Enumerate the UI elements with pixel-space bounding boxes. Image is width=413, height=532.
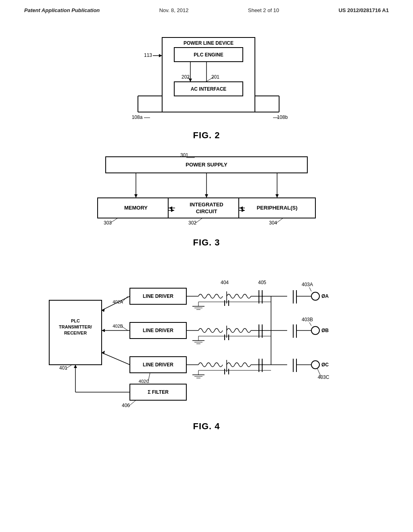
svg-text:Σ FILTER: Σ FILTER — [148, 389, 169, 395]
svg-rect-37 — [168, 198, 245, 218]
svg-text:PLC: PLC — [71, 318, 80, 323]
svg-text:RECEIVER: RECEIVER — [64, 330, 87, 335]
svg-text:POWER LINE DEVICE: POWER LINE DEVICE — [184, 40, 234, 46]
svg-text:401: 401 — [59, 365, 67, 371]
fig4-label: FIG. 4 — [193, 421, 220, 432]
svg-text:INTEGRATED: INTEGRATED — [190, 202, 223, 208]
svg-text:LINE DRIVER: LINE DRIVER — [143, 293, 173, 299]
svg-text:ØC: ØC — [321, 362, 329, 368]
fig2-diagram: POWER LINE DEVICE PLC ENGINE AC INTERFAC… — [114, 33, 299, 126]
svg-text:LINE DRIVER: LINE DRIVER — [143, 328, 173, 333]
svg-text:304: 304 — [269, 220, 277, 226]
svg-text:302: 302 — [188, 220, 196, 226]
svg-text:113: 113 — [144, 52, 152, 58]
svg-marker-82 — [74, 365, 77, 368]
svg-point-130 — [311, 326, 319, 335]
fig2-container: POWER LINE DEVICE PLC ENGINE AC INTERFAC… — [24, 33, 389, 141]
svg-line-155 — [309, 287, 311, 291]
svg-text:108a: 108a — [132, 114, 143, 120]
svg-line-78 — [102, 353, 130, 365]
svg-line-157 — [309, 322, 311, 326]
svg-text:MEMORY: MEMORY — [124, 205, 148, 211]
svg-text:403B: 403B — [302, 317, 313, 322]
svg-text:PLC ENGINE: PLC ENGINE — [194, 52, 223, 58]
svg-marker-32 — [205, 194, 208, 198]
svg-text:403A: 403A — [302, 282, 313, 287]
fig3-container: POWER SUPPLY MEMORY INTEGRATED CIRCUIT P… — [24, 153, 389, 248]
svg-text:ØB: ØB — [321, 328, 329, 333]
svg-text:PERIPHERAL(S): PERIPHERAL(S) — [257, 205, 297, 211]
svg-text:CIRCUIT: CIRCUIT — [196, 208, 217, 214]
svg-point-123 — [311, 292, 319, 300]
svg-text:404: 404 — [221, 280, 229, 285]
fig2-label: FIG. 2 — [193, 130, 220, 141]
svg-marker-34 — [275, 194, 279, 198]
svg-marker-77 — [102, 329, 105, 332]
fig3-label: FIG. 3 — [193, 237, 220, 248]
svg-text:406: 406 — [122, 403, 130, 408]
svg-text:AC INTERFACE: AC INTERFACE — [191, 86, 227, 92]
svg-text:402A: 402A — [113, 299, 123, 304]
svg-marker-30 — [134, 194, 138, 198]
header-date: Nov. 8, 2012 — [159, 7, 189, 13]
svg-text:405: 405 — [258, 280, 266, 285]
svg-text:POWER SUPPLY: POWER SUPPLY — [186, 162, 227, 168]
svg-text:402B: 402B — [113, 324, 123, 328]
svg-line-86 — [122, 326, 128, 330]
svg-point-137 — [311, 361, 319, 369]
svg-text:403C: 403C — [318, 374, 330, 380]
page-header: Patent Application Publication Nov. 8, 2… — [0, 0, 413, 13]
fig4-container: PLC TRANSMITTER/ RECEIVER 401 LINE DRIVE… — [24, 260, 389, 432]
svg-text:301: 301 — [180, 153, 188, 158]
svg-marker-18 — [159, 54, 162, 57]
svg-text:402C: 402C — [139, 379, 149, 384]
svg-marker-75 — [102, 308, 105, 312]
svg-text:108b: 108b — [277, 114, 288, 120]
svg-text:TRANSMITTER/: TRANSMITTER/ — [59, 324, 92, 329]
fig4-diagram: PLC TRANSMITTER/ RECEIVER 401 LINE DRIVE… — [41, 260, 372, 417]
svg-text:201: 201 — [211, 74, 219, 80]
svg-text:LINE DRIVER: LINE DRIVER — [143, 362, 173, 368]
header-left: Patent Application Publication — [24, 7, 100, 13]
fig3-diagram: POWER SUPPLY MEMORY INTEGRATED CIRCUIT P… — [65, 153, 348, 233]
header-right: US 2012/0281716 A1 — [338, 7, 389, 13]
header-sheet: Sheet 2 of 10 — [248, 7, 279, 13]
svg-line-90 — [129, 400, 136, 406]
svg-text:ØA: ØA — [321, 293, 329, 299]
main-content: POWER LINE DEVICE PLC ENGINE AC INTERFAC… — [0, 13, 413, 448]
